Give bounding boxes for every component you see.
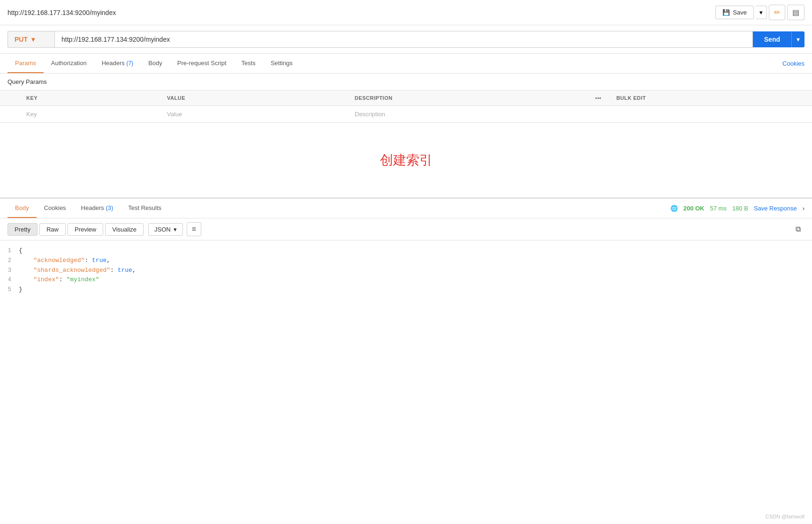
tab-settings[interactable]: Settings <box>263 54 300 73</box>
method-select[interactable]: PUT ▾ <box>8 31 54 48</box>
comment-button[interactable]: ▤ <box>787 5 804 20</box>
description-cell[interactable]: Description <box>347 106 588 123</box>
response-tabs: Body Cookies Headers (3) Test Results 🌐 … <box>0 199 812 218</box>
code-content-5: } <box>19 285 812 295</box>
th-bulk-edit: Bulk Edit <box>609 90 812 106</box>
type-chevron-icon: ▾ <box>174 226 177 233</box>
format-pretty-button[interactable]: Pretty <box>8 223 38 236</box>
bulk-edit-cell <box>609 106 812 123</box>
response-section: Body Cookies Headers (3) Test Results 🌐 … <box>0 198 812 300</box>
globe-icon: 🌐 <box>670 205 678 212</box>
send-chevron-icon: ▾ <box>797 36 800 43</box>
url-bar: http://192.168.177.134:9200/myindex 💾 Sa… <box>0 0 812 25</box>
th-description: DESCRIPTION <box>347 90 588 106</box>
code-content-1: { <box>19 246 812 256</box>
save-response-button[interactable]: Save Response <box>754 205 797 212</box>
format-visualize-button[interactable]: Visualize <box>105 223 144 236</box>
params-table: KEY VALUE DESCRIPTION ••• Bulk Edit Key … <box>0 90 812 123</box>
status-size: 180 B <box>732 205 748 212</box>
send-button-group: Send ▾ <box>753 31 804 47</box>
type-select[interactable]: JSON ▾ <box>148 223 183 236</box>
th-key: KEY <box>19 90 159 106</box>
resp-tab-testresults[interactable]: Test Results <box>121 199 169 218</box>
line-num-2: 2 <box>0 256 19 265</box>
wrap-button[interactable]: ≡ <box>187 222 201 236</box>
resp-tab-body[interactable]: Body <box>8 199 37 218</box>
row-checkbox-cell <box>0 106 19 123</box>
edit-button[interactable]: ✏ <box>769 5 785 20</box>
save-dropdown-button[interactable]: ▾ <box>756 6 767 19</box>
edit-icon: ✏ <box>774 8 780 16</box>
code-line-4: 4 "index": "myindex" <box>0 275 812 285</box>
resp-tab-headers[interactable]: Headers (3) <box>74 199 121 218</box>
tab-tests[interactable]: Tests <box>234 54 263 73</box>
status-time: 57 ms <box>710 205 726 212</box>
send-button[interactable]: Send <box>753 31 791 47</box>
url-display: http://192.168.177.134:9200/myindex <box>8 9 711 16</box>
code-line-2: 2 "acknowledged": true, <box>0 256 812 266</box>
save-response-chevron: › <box>803 205 804 212</box>
status-code: 200 OK <box>683 205 705 212</box>
send-dropdown-button[interactable]: ▾ <box>791 31 804 47</box>
url-input[interactable] <box>54 31 753 48</box>
headers-badge: (7) <box>126 60 133 67</box>
query-params-header: Query Params <box>0 74 812 90</box>
tab-authorization[interactable]: Authorization <box>44 54 94 73</box>
request-bar: PUT ▾ Send ▾ <box>0 25 812 54</box>
resp-headers-badge: (3) <box>106 204 113 211</box>
key-cell[interactable]: Key <box>19 106 159 123</box>
copy-icon: ⧉ <box>796 225 801 233</box>
resp-tab-cookies[interactable]: Cookies <box>37 199 74 218</box>
code-line-3: 3 "shards_acknowledged": true, <box>0 266 812 276</box>
tab-params[interactable]: Params <box>8 54 44 73</box>
request-tabs: Params Authorization Headers (7) Body Pr… <box>0 54 812 74</box>
tab-body[interactable]: Body <box>141 54 170 73</box>
chevron-down-icon: ▾ <box>759 9 763 16</box>
line-num-1: 1 <box>0 247 19 255</box>
json-key-acknowledged: "acknowledged" <box>19 257 84 264</box>
json-key-index: "index" <box>19 276 59 283</box>
th-more: ••• <box>588 90 609 106</box>
line-num-4: 4 <box>0 276 19 284</box>
th-checkbox <box>0 90 19 106</box>
code-content-2: "acknowledged": true, <box>19 256 812 266</box>
annotation-area: 创建索引 <box>0 123 812 198</box>
tab-headers[interactable]: Headers (7) <box>94 54 141 73</box>
copy-button[interactable]: ⧉ <box>792 223 804 236</box>
code-content-3: "shards_acknowledged": true, <box>19 266 812 276</box>
table-row: Key Value Description <box>0 106 812 123</box>
value-cell[interactable]: Value <box>159 106 347 123</box>
method-label: PUT <box>15 36 28 43</box>
method-chevron-icon: ▾ <box>31 36 35 43</box>
url-bar-actions: 💾 Save ▾ ✏ ▤ <box>715 5 804 20</box>
th-value: VALUE <box>159 90 347 106</box>
response-status: 🌐 200 OK 57 ms 180 B Save Response › <box>670 205 804 212</box>
comment-icon: ▤ <box>792 8 799 16</box>
response-toolbar: Pretty Raw Preview Visualize JSON ▾ ≡ ⧉ <box>0 218 812 240</box>
line-num-3: 3 <box>0 266 19 275</box>
wrap-icon: ≡ <box>192 225 196 233</box>
line-num-5: 5 <box>0 285 19 294</box>
code-line-1: 1 { <box>0 246 812 256</box>
format-preview-button[interactable]: Preview <box>68 223 103 236</box>
cookies-link[interactable]: Cookies <box>782 54 804 73</box>
tab-prerequest[interactable]: Pre-request Script <box>170 54 234 73</box>
json-key-shards: "shards_acknowledged" <box>19 267 110 274</box>
save-button[interactable]: 💾 Save <box>715 6 754 19</box>
annotation-text: 创建索引 <box>380 151 433 169</box>
table-header-row: KEY VALUE DESCRIPTION ••• Bulk Edit <box>0 90 812 106</box>
code-content-4: "index": "myindex" <box>19 275 812 285</box>
more-cell <box>588 106 609 123</box>
save-icon: 💾 <box>722 9 730 16</box>
code-area: 1 { 2 "acknowledged": true, 3 "shards_ac… <box>0 240 812 300</box>
code-line-5: 5 } <box>0 285 812 295</box>
type-label: JSON <box>154 226 171 233</box>
format-raw-button[interactable]: Raw <box>39 223 66 236</box>
